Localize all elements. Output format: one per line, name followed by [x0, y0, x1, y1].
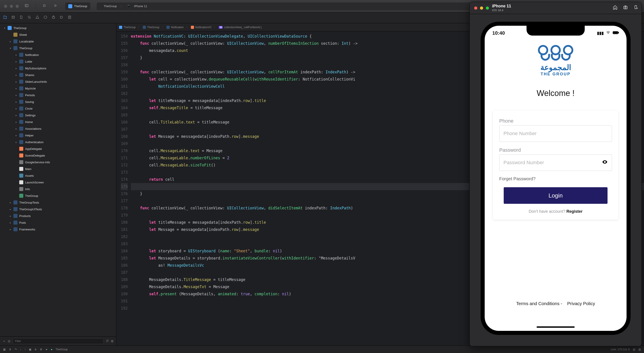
line-gutter[interactable]: 1541551561571581591601611621631641651661…: [116, 31, 131, 346]
memory-graph-icon[interactable]: ⋔: [34, 348, 37, 351]
recent-filter-icon[interactable]: ⏱: [106, 339, 109, 343]
navigator-item[interactable]: ▸TheGroupUITests: [0, 206, 116, 212]
navigator-item[interactable]: LaunchScreen: [0, 179, 116, 186]
navigator-item[interactable]: Sheet: [0, 31, 116, 38]
scm-filter-icon[interactable]: ⊞: [111, 339, 114, 343]
chevron-right-icon[interactable]: ▸: [15, 128, 18, 130]
navigator-item[interactable]: Info: [0, 186, 116, 192]
chevron-right-icon[interactable]: ▸: [15, 87, 18, 90]
scheme-selector[interactable]: TheGroup: [65, 2, 90, 10]
find-navigator-icon[interactable]: [27, 15, 31, 20]
toggle-breakpoints-icon[interactable]: ▦: [3, 348, 6, 351]
debug-navigator-icon[interactable]: [52, 15, 56, 20]
stop-icon[interactable]: [41, 3, 48, 10]
navigator-item[interactable]: ▸Lottie: [0, 58, 116, 65]
navigator-item[interactable]: ▸Pods: [0, 219, 116, 226]
debug-process[interactable]: TheGroup: [56, 348, 68, 351]
eye-icon[interactable]: [602, 159, 608, 166]
chevron-right-icon[interactable]: ▸: [9, 208, 12, 210]
chevron-right-icon[interactable]: ▸: [9, 40, 12, 43]
navigator-item[interactable]: ▸Mycircle: [0, 85, 116, 92]
minimize-icon[interactable]: [10, 5, 13, 8]
project-navigator-icon[interactable]: [3, 15, 7, 20]
navigator-item[interactable]: Assets: [0, 172, 116, 179]
step-over-icon[interactable]: ↷: [14, 348, 17, 351]
rotate-icon[interactable]: [633, 5, 638, 12]
chevron-right-icon[interactable]: ▸: [15, 60, 18, 63]
chevron-right-icon[interactable]: ▸: [15, 94, 18, 96]
navigator-item[interactable]: SceneDelegate: [0, 152, 116, 159]
chevron-right-icon[interactable]: ▸: [15, 114, 18, 116]
login-button[interactable]: Login: [504, 187, 608, 204]
chevron-right-icon[interactable]: ▸: [9, 222, 12, 224]
zoom-icon[interactable]: [16, 5, 19, 8]
test-navigator-icon[interactable]: [44, 15, 48, 20]
navigator-item[interactable]: TheGroup: [0, 192, 116, 199]
phone-input[interactable]: Phone Number: [499, 125, 612, 142]
close-icon[interactable]: [474, 6, 477, 10]
device-screen[interactable]: 10:40 ▮▮▮ المجموعة THE GROUP: [485, 26, 626, 331]
chevron-right-icon[interactable]: ▸: [15, 74, 18, 76]
chevron-right-icon[interactable]: ▸: [15, 134, 18, 137]
zoom-icon[interactable]: [486, 6, 489, 10]
navigator-item[interactable]: ▸Associations: [0, 125, 116, 132]
navigator-item[interactable]: ▸MySubscriptions: [0, 65, 116, 72]
navigator-item[interactable]: ▸Products: [0, 212, 116, 219]
register-link[interactable]: Register: [566, 209, 582, 214]
close-icon[interactable]: [4, 5, 7, 8]
symbol-navigator-icon[interactable]: [19, 15, 23, 20]
jumpbar-item[interactable]: collectionView(_:cellForItemAt:): [224, 26, 262, 29]
navigator-item[interactable]: ▸Frameworks: [0, 226, 116, 233]
location-icon[interactable]: ➤: [46, 348, 48, 351]
chevron-right-icon[interactable]: ▸: [15, 67, 18, 70]
home-icon[interactable]: [612, 5, 618, 12]
project-navigator[interactable]: ▾TheGroupSheet▸Localizable▾TheGroup▸Notf…: [0, 23, 116, 346]
issue-navigator-icon[interactable]: [35, 15, 40, 20]
run-icon[interactable]: [52, 3, 59, 10]
navigator-item[interactable]: ▸Authentication: [0, 139, 116, 146]
environment-overrides-icon[interactable]: ⚙: [40, 348, 42, 351]
minimize-icon[interactable]: [480, 6, 483, 10]
navigator-item[interactable]: ▸Saving: [0, 98, 116, 105]
chevron-right-icon[interactable]: ▸: [15, 141, 18, 144]
password-input[interactable]: Password Number: [499, 154, 612, 171]
console-view-icon[interactable]: ▥: [638, 348, 641, 351]
variables-view-icon[interactable]: ▤: [633, 348, 635, 351]
home-indicator[interactable]: [536, 326, 575, 328]
privacy-link[interactable]: Privacy Policy: [567, 301, 595, 306]
sidebar-toggle-icon[interactable]: [23, 3, 30, 10]
add-target-icon[interactable]: ＋: [3, 339, 6, 343]
navigator-item[interactable]: ▸TheGroupTests: [0, 199, 116, 206]
chevron-down-icon[interactable]: ▾: [3, 27, 6, 29]
chevron-right-icon[interactable]: ▸: [9, 228, 12, 231]
chevron-right-icon[interactable]: ▸: [15, 80, 18, 83]
forgot-password-link[interactable]: Forget Password?: [499, 176, 612, 182]
navigator-item[interactable]: ▸Shares: [0, 72, 116, 78]
simulator-traffic-lights[interactable]: [474, 6, 489, 10]
navigator-item[interactable]: AppDelegate: [0, 146, 116, 152]
navigator-item[interactable]: ▸Periods: [0, 92, 116, 98]
screenshot-icon[interactable]: [623, 5, 628, 12]
navigator-item[interactable]: ▾TheGroup: [0, 24, 116, 31]
navigator-item[interactable]: ▸Circle: [0, 105, 116, 112]
navigator-item[interactable]: ▸Settings: [0, 112, 116, 118]
jumpbar-item[interactable]: NotficationVC: [195, 26, 212, 29]
xcode-traffic-lights[interactable]: [4, 5, 19, 8]
breakpoint-navigator-icon[interactable]: [60, 15, 64, 20]
pause-icon[interactable]: ⏸: [9, 348, 12, 351]
chevron-down-icon[interactable]: ▾: [9, 47, 12, 50]
navigator-item[interactable]: GoogleService-Info: [0, 159, 116, 166]
chevron-right-icon[interactable]: ▸: [15, 54, 18, 56]
chevron-right-icon[interactable]: ▸: [15, 101, 18, 103]
chevron-right-icon[interactable]: ▸: [15, 108, 18, 110]
filter-scope-icon[interactable]: ◎: [8, 339, 10, 343]
chevron-right-icon[interactable]: ▸: [9, 215, 12, 217]
chevron-right-icon[interactable]: ▸: [15, 121, 18, 123]
navigator-item[interactable]: ▸Helper: [0, 132, 116, 139]
terms-link[interactable]: Terms and Conditions -: [516, 301, 562, 306]
navigator-item[interactable]: ▸Home: [0, 118, 116, 125]
navigator-item[interactable]: ▾TheGroup: [0, 45, 116, 52]
navigator-item[interactable]: ▸SliderLanuchInfo: [0, 78, 116, 85]
navigator-item[interactable]: Main: [0, 166, 116, 172]
jumpbar-item[interactable]: TheGroup: [124, 26, 136, 29]
